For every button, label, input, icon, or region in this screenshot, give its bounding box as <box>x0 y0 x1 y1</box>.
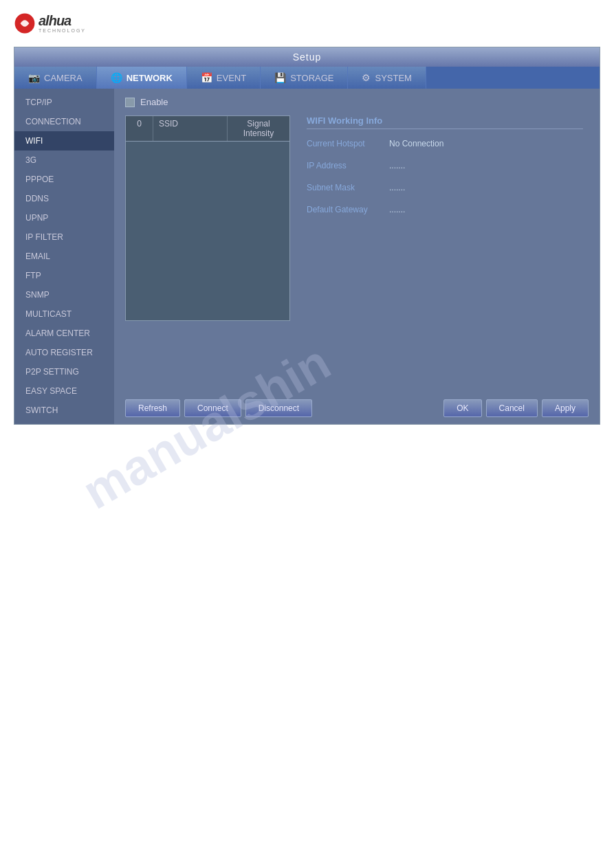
wifi-ip-value: ....... <box>389 161 405 170</box>
sidebar-item-3g[interactable]: 3G <box>14 151 114 170</box>
setup-titlebar: Setup <box>14 47 600 67</box>
sidebar-item-switch[interactable]: SWITCH <box>14 401 114 420</box>
sidebar-item-ftp[interactable]: FTP <box>14 266 114 285</box>
wifi-hotspot-row: Current Hotspot No Connection <box>307 139 583 148</box>
enable-row: Enable <box>125 97 589 107</box>
wifi-ip-row: IP Address ....... <box>307 161 583 170</box>
cancel-button[interactable]: Cancel <box>486 399 538 417</box>
ssid-table-header: 0 SSID Signal Intensity <box>126 116 289 142</box>
wifi-ip-label: IP Address <box>307 161 389 170</box>
enable-label: Enable <box>140 97 168 107</box>
wifi-working-info: WIFI Working Info Current Hotspot No Con… <box>301 115 589 321</box>
storage-icon: 💾 <box>274 72 286 83</box>
sidebar-item-upnp[interactable]: UPNP <box>14 208 114 227</box>
setup-title: Setup <box>293 52 322 63</box>
ok-button[interactable]: OK <box>443 399 481 417</box>
wifi-subnet-label: Subnet Mask <box>307 183 389 192</box>
network-icon: 🌐 <box>111 72 122 83</box>
sidebar: TCP/IP CONNECTION WIFI 3G PPPOE DDNS UPN… <box>14 89 114 424</box>
sidebar-item-alarm-center[interactable]: ALARM CENTER <box>14 324 114 343</box>
tab-event[interactable]: 📅 EVENT <box>187 67 261 89</box>
two-col-layout: 0 SSID Signal Intensity WIFI Working Inf… <box>125 115 589 321</box>
camera-icon: 📷 <box>28 72 40 83</box>
wifi-subnet-row: Subnet Mask ....... <box>307 183 583 192</box>
main-container: Setup 📷 CAMERA 🌐 NETWORK 📅 EVENT 💾 STORA… <box>14 47 600 425</box>
sidebar-item-email[interactable]: EMAIL <box>14 247 114 266</box>
wifi-subnet-value: ....... <box>389 183 405 192</box>
tab-storage-label: STORAGE <box>290 73 333 83</box>
wifi-info-title: WIFI Working Info <box>307 115 583 129</box>
tab-system-label: SYSTEM <box>375 73 411 83</box>
ssid-table: 0 SSID Signal Intensity <box>125 115 290 321</box>
sidebar-item-multicast[interactable]: MULTICAST <box>14 304 114 324</box>
sidebar-item-pppoe[interactable]: PPPOE <box>14 170 114 189</box>
tab-network[interactable]: 🌐 NETWORK <box>97 67 187 89</box>
tab-storage[interactable]: 💾 STORAGE <box>261 67 348 89</box>
tab-bar: 📷 CAMERA 🌐 NETWORK 📅 EVENT 💾 STORAGE ⚙ S… <box>14 67 600 89</box>
apply-button[interactable]: Apply <box>542 399 589 417</box>
main-panel-wrapper: Enable 0 SSID Signal Intensity <box>114 89 600 424</box>
ssid-col-signal: Signal Intensity <box>228 116 289 141</box>
main-panel: Enable 0 SSID Signal Intensity <box>114 89 600 392</box>
system-icon: ⚙ <box>362 72 371 83</box>
tab-camera[interactable]: 📷 CAMERA <box>14 67 97 89</box>
content-area: TCP/IP CONNECTION WIFI 3G PPPOE DDNS UPN… <box>14 89 600 424</box>
sidebar-item-ipfilter[interactable]: IP FILTER <box>14 227 114 247</box>
sidebar-item-p2p[interactable]: P2P SETTING <box>14 362 114 381</box>
sidebar-item-ddns[interactable]: DDNS <box>14 189 114 208</box>
enable-checkbox[interactable] <box>125 98 135 107</box>
ssid-table-body <box>126 142 289 320</box>
sidebar-item-easy-space[interactable]: EASY SPACE <box>14 381 114 401</box>
wifi-gateway-value: ....... <box>389 205 405 214</box>
tab-camera-label: CAMERA <box>44 73 83 83</box>
connect-button[interactable]: Connect <box>184 399 241 417</box>
wifi-hotspot-value: No Connection <box>389 139 443 148</box>
sidebar-item-wifi[interactable]: WIFI <box>14 131 114 151</box>
tab-network-label: NETWORK <box>127 73 173 83</box>
disconnect-button[interactable]: Disconnect <box>245 399 312 417</box>
btn-right-group: OK Cancel Apply <box>443 399 589 417</box>
sidebar-item-connection[interactable]: CONNECTION <box>14 112 114 131</box>
sidebar-item-tcpip[interactable]: TCP/IP <box>14 93 114 112</box>
bottom-buttons: Refresh Connect Disconnect OK Cancel App… <box>114 392 600 424</box>
sidebar-item-auto-register[interactable]: AUTO REGISTER <box>14 343 114 362</box>
wifi-gateway-row: Default Gateway ....... <box>307 205 583 214</box>
logo: alhua TECHNOLOGY <box>14 12 600 34</box>
tab-system[interactable]: ⚙ SYSTEM <box>348 67 426 89</box>
event-icon: 📅 <box>201 72 212 83</box>
sidebar-item-snmp[interactable]: SNMP <box>14 285 114 304</box>
tab-event-label: EVENT <box>217 73 246 83</box>
ssid-col-ssid: SSID <box>153 116 228 141</box>
wifi-gateway-label: Default Gateway <box>307 205 389 214</box>
logo-text: alhua <box>39 14 86 27</box>
refresh-button[interactable]: Refresh <box>125 399 180 417</box>
wifi-hotspot-label: Current Hotspot <box>307 139 389 148</box>
logo-icon <box>14 12 36 34</box>
logo-subtitle: TECHNOLOGY <box>39 28 86 33</box>
logo-area: alhua TECHNOLOGY <box>0 0 614 47</box>
ssid-col-num: 0 <box>126 116 153 141</box>
